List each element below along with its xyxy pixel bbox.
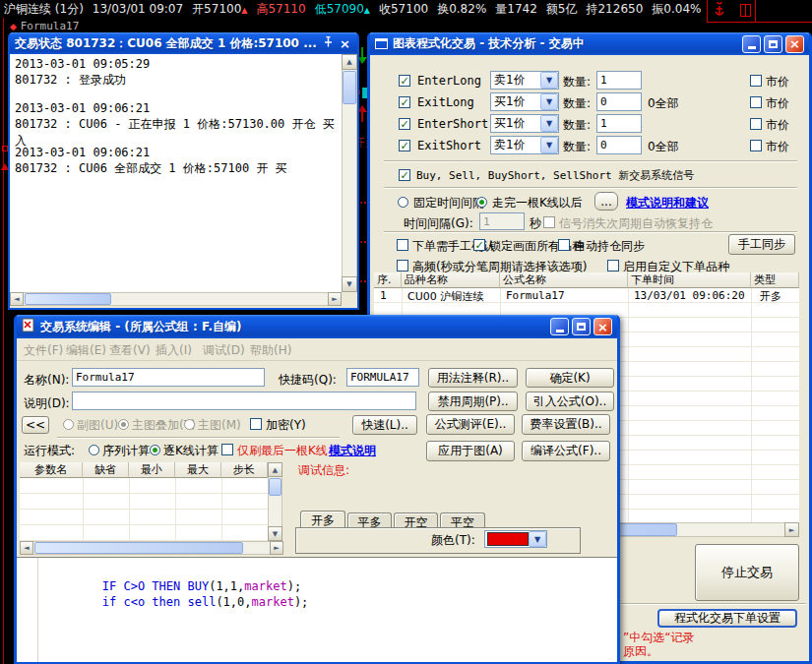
checkbox-enterlong[interactable]: ✓ — [399, 75, 410, 87]
close-button[interactable]: × — [785, 35, 804, 53]
collapse-button[interactable]: << — [22, 416, 49, 434]
entershort-price-select[interactable]: 买1价▼ — [490, 114, 559, 133]
chevron-down-icon[interactable]: ▼ — [540, 93, 558, 110]
scroll-down-icon[interactable]: ▼ — [268, 526, 282, 541]
color-select[interactable]: ▼ — [484, 530, 547, 548]
quick-button[interactable]: 快速(L).. — [352, 415, 417, 435]
scroll-up-icon[interactable]: ▲ — [342, 54, 357, 70]
minimize-button[interactable] — [742, 35, 761, 53]
tab-close-long[interactable]: 平多 — [347, 513, 392, 528]
param-hscroll-thumb[interactable] — [34, 542, 243, 554]
refresh-last-checkbox[interactable] — [221, 444, 233, 455]
lock-all-checkbox[interactable]: ✓ — [473, 239, 485, 251]
disable-period-button[interactable]: 禁用周期(P).. — [428, 392, 518, 411]
sub-chart-radio[interactable] — [63, 419, 74, 430]
auto-sync-checkbox[interactable] — [558, 239, 570, 251]
param-vscroll-thumb[interactable] — [269, 478, 281, 496]
encrypt-checkbox[interactable] — [250, 418, 262, 430]
code-editor[interactable]: IF C>O THEN BUY(1,1,market); if c<o then… — [17, 557, 617, 662]
enterlong-qty-input[interactable] — [596, 71, 642, 90]
close-icon[interactable]: × — [340, 37, 350, 50]
chevron-down-icon[interactable]: ▼ — [540, 72, 558, 89]
menu-edit[interactable]: 编辑(E) — [66, 342, 106, 359]
status-window-titlebar[interactable]: 交易状态 801732：CU06 全部成交 1 价格:57100 ... × — [10, 32, 357, 54]
apply-to-chart-button[interactable]: 应用于图(A) — [426, 441, 515, 461]
chart-window-tool-icon[interactable] — [740, 4, 751, 17]
seq-calc-radio[interactable] — [89, 445, 99, 455]
enterlong-market-checkbox[interactable] — [750, 75, 762, 87]
auto-trade-titlebar[interactable]: 图表程式化交易 - 技术分析 - 交易中 × — [370, 32, 809, 55]
checkbox-exitlong[interactable]: ✓ — [399, 96, 410, 108]
overlay-radio[interactable] — [118, 419, 129, 430]
menu-debug[interactable]: 调试(D) — [203, 342, 245, 359]
entershort-market-checkbox[interactable] — [750, 118, 762, 130]
close-button[interactable]: × — [593, 318, 612, 335]
manual-confirm-checkbox[interactable] — [397, 239, 408, 251]
more-options-button[interactable]: ... — [594, 192, 618, 211]
scroll-right-icon[interactable]: ► — [784, 522, 799, 537]
import-formula-button[interactable]: 引入公式(O).. — [526, 392, 614, 411]
compile-button[interactable]: 编译公式(F).. — [522, 441, 610, 461]
editor-titlebar[interactable]: 交易系统编辑 - (所属公式组 : F.自编) × — [17, 315, 617, 338]
pin-icon[interactable] — [323, 36, 334, 50]
stop-trading-button[interactable]: 停止交易 — [695, 544, 799, 601]
exitlong-price-select[interactable]: 买1价▼ — [490, 92, 559, 111]
exitshort-price-select[interactable]: 卖1价▼ — [490, 136, 559, 154]
auto-restore-checkbox[interactable] — [543, 216, 555, 228]
interval-input[interactable] — [479, 212, 525, 230]
new-signal-checkbox[interactable]: ✓ — [399, 169, 410, 181]
fixed-interval-radio[interactable] — [398, 197, 408, 208]
scroll-right-icon[interactable]: ► — [270, 541, 283, 555]
order-table-row[interactable]: 1 CU00 沪铜连续 Formula17 13/03/01 09:06:20 … — [374, 288, 799, 303]
high-freq-checkbox[interactable] — [397, 260, 408, 272]
scroll-left-icon[interactable]: ◄ — [10, 292, 24, 306]
mode-help-link[interactable]: 模式说明和建议 — [626, 195, 709, 211]
ok-button[interactable]: 确定(K) — [526, 368, 614, 388]
menu-view[interactable]: 查看(V) — [109, 342, 151, 359]
entershort-qty-input[interactable] — [596, 114, 642, 133]
code-line[interactable]: if c<o then sell(1,0,market); — [45, 581, 308, 623]
minimize-button[interactable] — [550, 318, 569, 335]
fee-settings-button[interactable]: 费率设置(B).. — [522, 414, 610, 435]
scroll-down-icon[interactable]: ▼ — [342, 276, 357, 292]
chevron-down-icon[interactable]: ▼ — [529, 531, 546, 547]
param-col-default: 缺省 — [83, 462, 129, 478]
main-chart-radio[interactable] — [184, 419, 195, 430]
tab-open-short[interactable]: 开空 — [394, 513, 438, 528]
checkbox-entershort[interactable]: ✓ — [399, 118, 410, 130]
menu-insert[interactable]: 插入(I) — [156, 342, 192, 359]
param-table-body[interactable] — [20, 478, 268, 541]
scroll-up-icon[interactable]: ▲ — [268, 462, 282, 477]
manual-sync-button[interactable]: 手工同步 — [728, 234, 795, 255]
exitshort-market-checkbox[interactable] — [750, 140, 762, 151]
mode-help-link[interactable]: 模式说明 — [329, 443, 376, 459]
order-settings-button[interactable]: 程式化交易下单设置 — [657, 609, 797, 628]
chevron-down-icon[interactable]: ▼ — [540, 137, 558, 153]
exitshort-qty-input[interactable] — [596, 136, 642, 154]
enterlong-price-select[interactable]: 卖1价▼ — [490, 71, 559, 90]
tab-open-long[interactable]: 开多 — [300, 511, 345, 528]
custom-order-checkbox[interactable] — [607, 260, 619, 272]
menu-help[interactable]: 帮助(H) — [250, 342, 291, 359]
chevron-down-icon[interactable]: ▼ — [540, 115, 558, 132]
shortcut-input[interactable] — [346, 368, 419, 387]
maximize-button[interactable] — [572, 318, 591, 335]
evaluate-button[interactable]: 公式测评(E).. — [426, 414, 515, 435]
description-input[interactable] — [72, 392, 416, 410]
tab-close-short[interactable]: 平空 — [440, 513, 485, 528]
log-vscroll-thumb[interactable] — [343, 71, 356, 104]
name-input[interactable] — [72, 368, 265, 387]
maximize-button[interactable] — [764, 35, 782, 53]
checkbox-exitshort[interactable]: ✓ — [399, 140, 410, 151]
scroll-left-icon[interactable]: ◄ — [20, 541, 33, 555]
kline-calc-radio[interactable] — [150, 445, 160, 455]
anchor-tool-icon[interactable] — [713, 2, 726, 18]
menu-file[interactable]: 文件(F) — [24, 342, 63, 359]
divider — [83, 478, 84, 541]
after-kline-radio[interactable] — [476, 197, 487, 208]
usage-notes-button[interactable]: 用法注释(R).. — [428, 368, 518, 388]
scroll-right-icon[interactable]: ► — [328, 292, 342, 306]
log-hscroll-thumb[interactable] — [25, 293, 111, 305]
exitlong-qty-input[interactable] — [596, 92, 642, 111]
exitlong-market-checkbox[interactable] — [750, 96, 762, 108]
